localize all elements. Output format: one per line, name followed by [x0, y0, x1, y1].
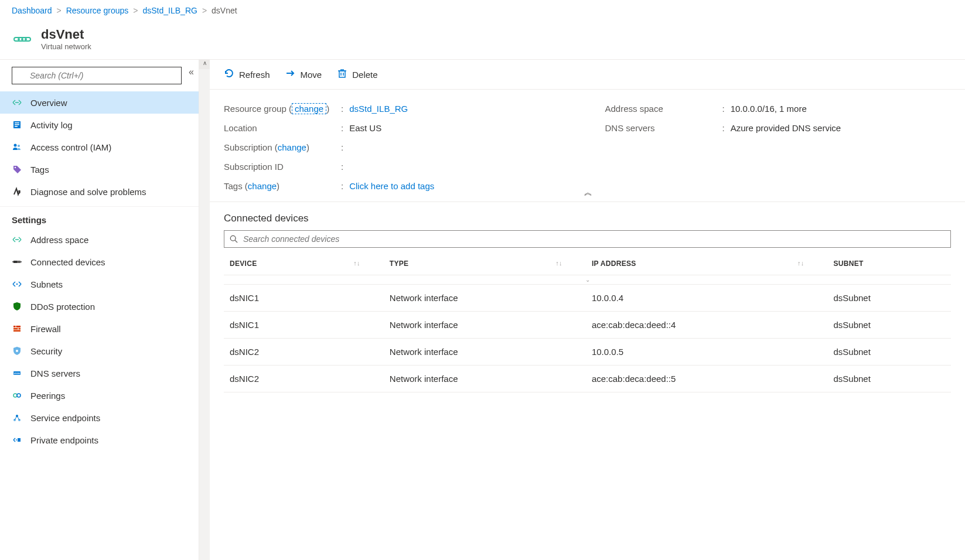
sidebar: « OverviewActivity logAccess control (IA… [0, 60, 199, 560]
connected-devices-heading: Connected devices [224, 213, 951, 224]
change-link[interactable]: change [278, 142, 306, 152]
svg-point-48 [230, 235, 236, 241]
essentials-panel: Resource group (change):dsStd_ILB_RGLoca… [210, 90, 965, 202]
essentials-row: Address space:10.0.0.0/16, 1 more [605, 99, 952, 118]
svg-point-8 [18, 102, 19, 103]
security-icon [12, 346, 22, 356]
breadcrumb-separator: > [133, 6, 138, 15]
svg-point-1 [18, 38, 20, 40]
svg-line-49 [235, 240, 237, 243]
svg-point-41 [16, 439, 17, 441]
refresh-icon [224, 68, 234, 81]
sidebar-item-label: Overview [30, 98, 67, 108]
essentials-value[interactable]: dsStd_ILB_RG [349, 104, 408, 114]
vnet-icon [12, 29, 33, 50]
svg-rect-10 [15, 122, 19, 124]
search-icon [230, 235, 238, 245]
sidebar-item-security[interactable]: Security [0, 340, 199, 362]
refresh-button[interactable]: Refresh [224, 68, 270, 81]
table-row[interactable]: dsNIC2Network interface10.0.0.5dsSubnet [224, 339, 951, 366]
sidebar-item-label: Private endpoints [30, 435, 98, 445]
breadcrumb-item[interactable]: Resource groups [66, 6, 129, 15]
sort-icon[interactable]: ↑↓ [797, 259, 804, 267]
col-subnet[interactable]: SUBNET [827, 252, 951, 275]
dns-icon: www [12, 368, 22, 378]
sidebar-item-label: Security [30, 346, 62, 356]
page-title: dsVnet [41, 27, 91, 42]
delete-button[interactable]: Delete [337, 68, 377, 81]
table-row[interactable]: dsNIC1Network interfaceace:cab:deca:deed… [224, 312, 951, 339]
resource-header: dsVnet Virtual network [0, 21, 965, 60]
private-icon [12, 435, 22, 445]
essentials-row: DNS servers:Azure provided DNS service [605, 118, 952, 138]
sidebar-item-activity-log[interactable]: Activity log [0, 114, 199, 136]
sidebar-item-tags[interactable]: Tags [0, 158, 199, 180]
breadcrumb-item[interactable]: Dashboard [12, 6, 52, 15]
sidebar-item-peerings[interactable]: Peerings [0, 384, 199, 407]
sidebar-item-subnets[interactable]: Subnets [0, 273, 199, 295]
sidebar-scrollbar[interactable]: ∧ [199, 60, 210, 560]
table-row[interactable]: dsNIC2Network interfaceace:cab:deca:deed… [224, 366, 951, 392]
sidebar-item-diagnose-and-solve-problems[interactable]: Diagnose and solve problems [0, 180, 199, 203]
sidebar-item-address-space[interactable]: Address space [0, 228, 199, 251]
sidebar-item-access-control-iam-[interactable]: Access control (IAM) [0, 136, 199, 158]
svg-rect-40 [18, 438, 21, 442]
devices-search-input[interactable] [224, 230, 951, 248]
essentials-value[interactable]: Click here to add tags [349, 181, 434, 191]
shield-icon [12, 301, 22, 312]
sort-icon[interactable]: ↑↓ [555, 259, 562, 267]
vnet-icon [12, 97, 22, 108]
sidebar-search-input[interactable] [12, 67, 182, 84]
devices-table: DEVICE↑↓TYPE↑↓IP ADDRESS↑↓SUBNET ⌄dsNIC1… [224, 252, 951, 392]
cell-type: Network interface [384, 339, 586, 366]
sidebar-item-label: Connected devices [30, 257, 105, 267]
sidebar-item-private-endpoints[interactable]: Private endpoints [0, 429, 199, 451]
log-icon [12, 119, 22, 130]
cell-subnet: dsSubnet [827, 366, 951, 392]
sidebar-item-ddos-protection[interactable]: DDoS protection [0, 295, 199, 317]
sidebar-item-label: Activity log [30, 120, 73, 130]
sidebar-nav: OverviewActivity logAccess control (IAM)… [0, 89, 199, 560]
scroll-up-icon[interactable]: ∧ [199, 60, 210, 69]
sidebar-item-overview[interactable]: Overview [0, 91, 199, 114]
col-ip-address[interactable]: IP ADDRESS↑↓ [586, 252, 828, 275]
cell-ip: 10.0.0.5 [586, 339, 828, 366]
col-type[interactable]: TYPE↑↓ [384, 252, 586, 275]
essentials-left: Resource group (change):dsStd_ILB_RGLoca… [224, 99, 570, 196]
collapse-essentials-icon[interactable]: ︽ [584, 187, 591, 198]
sidebar-item-service-endpoints[interactable]: Service endpoints [0, 407, 199, 429]
essentials-key: Address space [605, 104, 722, 114]
delete-icon [337, 68, 347, 81]
sidebar-item-label: Access control (IAM) [30, 142, 111, 152]
sidebar-item-dns-servers[interactable]: wwwDNS servers [0, 362, 199, 384]
move-button[interactable]: Move [285, 68, 322, 81]
svg-point-2 [21, 38, 23, 40]
essentials-key: Tags (change) [224, 181, 341, 191]
cell-subnet: dsSubnet [827, 285, 951, 312]
svg-point-34 [17, 394, 21, 397]
svg-point-6 [15, 102, 16, 103]
sidebar-item-connected-devices[interactable]: Connected devices [0, 251, 199, 273]
cell-ip: 10.0.0.4 [586, 285, 828, 312]
delete-label: Delete [352, 70, 377, 80]
table-row[interactable]: dsNIC1Network interface10.0.0.4dsSubnet [224, 285, 951, 312]
col-device[interactable]: DEVICE↑↓ [224, 252, 384, 275]
svg-point-3 [25, 38, 27, 40]
command-bar: Refresh Move Delete [210, 60, 965, 90]
sort-icon[interactable]: ↑↓ [353, 259, 360, 267]
change-link[interactable]: change [248, 181, 277, 191]
content-pane: Refresh Move Delete Resource group (chan… [210, 60, 965, 560]
iam-icon [12, 142, 22, 152]
devices-tbody: ⌄dsNIC1Network interface10.0.0.4dsSubnet… [224, 275, 951, 392]
expand-row-icon[interactable]: ⌄ [224, 275, 951, 285]
sidebar-item-firewall[interactable]: Firewall [0, 317, 199, 340]
breadcrumb-item: dsVnet [212, 6, 237, 15]
essentials-key: Location [224, 123, 341, 133]
svg-point-24 [16, 284, 18, 285]
essentials-key: Subscription ID [224, 162, 341, 172]
change-link[interactable]: change [292, 103, 326, 114]
breadcrumb-item[interactable]: dsStd_ILB_RG [143, 6, 197, 15]
firewall-icon [12, 323, 22, 334]
essentials-value: Azure provided DNS service [731, 123, 841, 133]
refresh-label: Refresh [239, 70, 270, 80]
